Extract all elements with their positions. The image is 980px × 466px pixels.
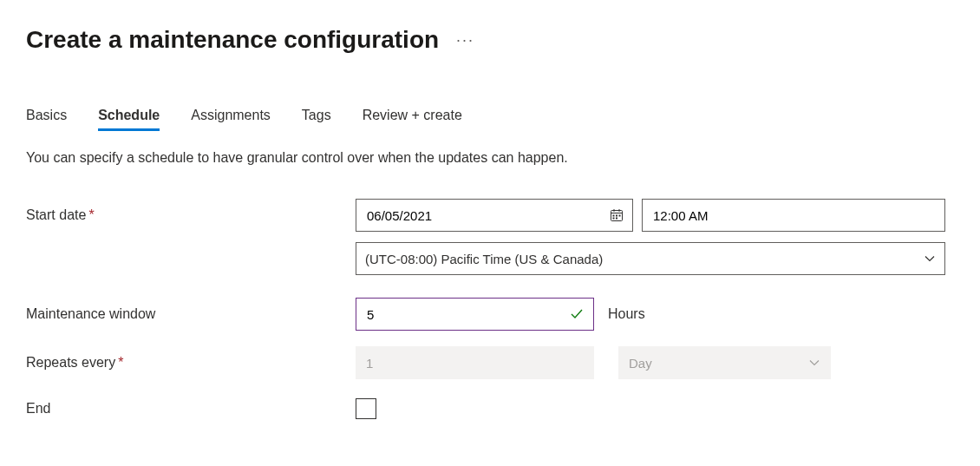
check-icon [569,306,585,322]
start-date-label: Start date* [26,207,356,223]
repeats-unit-value: Day [629,356,652,371]
svg-rect-8 [616,218,617,220]
repeats-label: Repeats every* [26,355,356,371]
tabs: Basics Schedule Assignments Tags Review … [26,104,954,131]
timezone-select[interactable]: (UTC-08:00) Pacific Time (US & Canada) [356,242,945,275]
more-icon[interactable]: ··· [456,23,474,49]
start-time-input[interactable] [642,199,945,232]
calendar-icon[interactable] [610,208,624,222]
svg-rect-7 [613,218,615,220]
tab-schedule[interactable]: Schedule [98,104,160,130]
maintenance-window-field[interactable] [365,306,569,323]
page-title: Create a maintenance configuration [26,26,439,54]
svg-rect-6 [619,215,621,217]
svg-rect-5 [616,215,617,217]
end-checkbox[interactable] [356,398,376,419]
tab-review-create[interactable]: Review + create [363,104,462,130]
start-time-field[interactable] [651,207,936,224]
start-date-input[interactable] [356,199,633,232]
chevron-down-icon [808,357,820,369]
tab-tags[interactable]: Tags [302,104,331,130]
repeats-unit-select: Day [618,346,831,379]
chevron-down-icon [924,253,936,265]
maintenance-window-unit: Hours [608,306,645,322]
tab-description: You can specify a schedule to have granu… [26,148,954,167]
start-date-field[interactable] [365,207,610,224]
timezone-value: (UTC-08:00) Pacific Time (US & Canada) [365,252,603,266]
tab-assignments[interactable]: Assignments [191,104,271,130]
repeats-value-input: 1 [356,346,594,379]
end-label: End [26,401,356,417]
tab-basics[interactable]: Basics [26,104,67,130]
maintenance-window-input[interactable] [356,298,594,331]
maintenance-window-label: Maintenance window [26,306,356,322]
svg-rect-4 [613,215,615,217]
schedule-form: Start date* (UTC-08:00) Pacific Time (US… [26,199,954,423]
